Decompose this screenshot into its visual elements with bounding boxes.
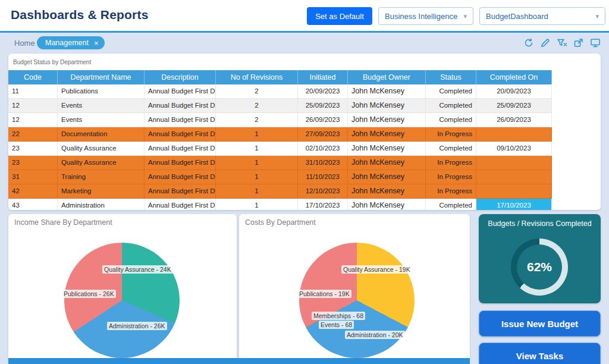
cell-department[interactable]: Publications (58, 84, 145, 98)
cell-completed_on[interactable]: 20/09/2023 (476, 84, 552, 98)
cell-description[interactable]: Annual Budget First Draft (145, 127, 216, 141)
clear-filter-icon[interactable] (557, 37, 567, 48)
cell-initiated[interactable]: 31/10/2023 (298, 156, 348, 170)
cell-department[interactable]: Administration (58, 199, 145, 210)
column-header-status[interactable]: Status (426, 70, 476, 84)
cell-initiated[interactable]: 26/09/2023 (298, 113, 348, 127)
cell-status[interactable]: Completed (426, 142, 476, 155)
cell-owner[interactable]: John McKensey (348, 113, 426, 127)
cell-completed_on[interactable] (476, 127, 552, 141)
bottom-scroll-strip[interactable] (8, 358, 470, 364)
cell-completed_on[interactable]: 09/10/2023 (476, 142, 552, 155)
table-row[interactable]: 43AdministrationAnnual Budget First Draf… (8, 199, 552, 210)
cell-initiated[interactable]: 12/10/2023 (298, 184, 348, 198)
column-header-description[interactable]: Description (145, 70, 216, 84)
cell-description[interactable]: Annual Budget First Draft (145, 184, 216, 198)
income-share-pie-chart[interactable] (64, 243, 180, 358)
column-header-code[interactable]: Code (8, 70, 58, 84)
cell-initiated[interactable]: 20/09/2023 (298, 84, 348, 98)
cell-revisions[interactable]: 1 (216, 142, 298, 155)
cell-revisions[interactable]: 1 (216, 184, 298, 198)
set-as-default-button[interactable]: Set as Default (307, 7, 372, 25)
table-row[interactable]: 31TrainingAnnual Budget First Draft111/1… (8, 170, 552, 184)
cell-owner[interactable]: John McKensey (348, 142, 426, 155)
cell-initiated[interactable]: 02/10/2023 (298, 142, 348, 155)
cell-revisions[interactable]: 1 (216, 127, 298, 141)
sync-icon[interactable] (523, 37, 534, 48)
cell-status[interactable]: Completed (426, 84, 476, 98)
cell-completed_on[interactable] (476, 170, 552, 184)
cell-description[interactable]: Annual Budget First Draft (145, 99, 216, 112)
cell-status[interactable]: In Progress (426, 184, 476, 198)
view-tasks-button[interactable]: View Tasks (479, 343, 601, 364)
cell-completed_on[interactable]: 25/09/2023 (476, 99, 552, 112)
cell-department[interactable]: Events (58, 113, 145, 127)
cell-owner[interactable]: John McKensey (348, 184, 426, 198)
table-row[interactable]: 22DocumentationAnnual Budget First Draft… (8, 127, 552, 142)
cell-code[interactable]: 43 (8, 199, 58, 210)
cell-owner[interactable]: John McKensey (348, 84, 426, 98)
column-header-no-of-revisions[interactable]: No of Revisions (216, 70, 298, 84)
tab-home[interactable]: Home (14, 39, 35, 48)
column-header-completed-on[interactable]: Completed On (476, 70, 552, 84)
tab-management[interactable]: Management × (37, 36, 105, 49)
cell-initiated[interactable]: 11/10/2023 (298, 170, 348, 184)
display-icon[interactable] (590, 37, 601, 48)
cell-code[interactable]: 23 (8, 156, 58, 170)
cell-initiated[interactable]: 27/09/2023 (298, 127, 348, 141)
cell-status[interactable]: In Progress (426, 127, 476, 141)
cell-revisions[interactable]: 2 (216, 113, 298, 127)
cell-initiated[interactable]: 25/09/2023 (298, 99, 348, 112)
table-row[interactable]: 23Quality AssuranceAnnual Budget First D… (8, 156, 552, 170)
cell-code[interactable]: 23 (8, 142, 58, 155)
cell-status[interactable]: In Progress (426, 170, 476, 184)
cell-description[interactable]: Annual Budget First Draft (145, 199, 216, 210)
cell-owner[interactable]: John McKensey (348, 127, 426, 141)
cell-description[interactable]: Annual Budget First Draft (145, 156, 216, 170)
cell-code[interactable]: 12 (8, 99, 58, 112)
cell-status[interactable]: Completed (426, 199, 476, 210)
cell-code[interactable]: 11 (8, 84, 58, 98)
cell-owner[interactable]: John McKensey (348, 199, 426, 210)
column-header-budget-owner[interactable]: Budget Owner (348, 70, 426, 84)
table-row[interactable]: 12EventsAnnual Budget First Draft225/09/… (8, 99, 552, 113)
table-row[interactable]: 12EventsAnnual Budget First Draft226/09/… (8, 113, 552, 127)
cell-revisions[interactable]: 2 (216, 84, 298, 98)
category-dropdown[interactable]: Business Intelligence ▾ (378, 7, 473, 25)
cell-description[interactable]: Annual Budget First Draft (145, 170, 216, 184)
cell-department[interactable]: Documentation (58, 127, 145, 141)
cell-description[interactable]: Annual Budget First Draft (145, 84, 216, 98)
costs-pie-chart[interactable] (299, 243, 415, 358)
export-icon[interactable] (573, 37, 584, 48)
cell-department[interactable]: Training (58, 170, 145, 184)
cell-status[interactable]: Completed (426, 113, 476, 127)
cell-revisions[interactable]: 1 (216, 199, 298, 210)
table-row[interactable]: 23Quality AssuranceAnnual Budget First D… (8, 142, 552, 156)
cell-revisions[interactable]: 1 (216, 170, 298, 184)
cell-code[interactable]: 31 (8, 170, 58, 184)
cell-code[interactable]: 12 (8, 113, 58, 127)
cell-owner[interactable]: John McKensey (348, 170, 426, 184)
cell-description[interactable]: Annual Budget First Draft (145, 142, 216, 155)
cell-completed_on[interactable] (476, 156, 552, 170)
column-header-department-name[interactable]: Department Name (58, 70, 145, 84)
cell-department[interactable]: Quality Assurance (58, 156, 145, 170)
cell-revisions[interactable]: 1 (216, 156, 298, 170)
cell-owner[interactable]: John McKensey (348, 99, 426, 112)
close-icon[interactable]: × (94, 39, 99, 47)
cell-completed_on[interactable]: 26/09/2023 (476, 113, 552, 127)
column-header-initiated[interactable]: Initiated (298, 70, 348, 84)
cell-department[interactable]: Events (58, 99, 145, 112)
cell-status[interactable]: Completed (426, 99, 476, 112)
cell-status[interactable]: In Progress (426, 156, 476, 170)
cell-initiated[interactable]: 17/10/2023 (298, 199, 348, 210)
cell-code[interactable]: 22 (8, 127, 58, 141)
cell-code[interactable]: 42 (8, 184, 58, 198)
cell-department[interactable]: Marketing (58, 184, 145, 198)
dashboard-dropdown[interactable]: BudgetDashboard ▾ (479, 7, 605, 25)
cell-revisions[interactable]: 2 (216, 99, 298, 112)
cell-owner[interactable]: John McKensey (348, 156, 426, 170)
cell-description[interactable]: Annual Budget First Draft (145, 113, 216, 127)
issue-new-budget-button[interactable]: Issue New Budget (479, 310, 601, 337)
cell-completed_on[interactable] (476, 184, 552, 198)
